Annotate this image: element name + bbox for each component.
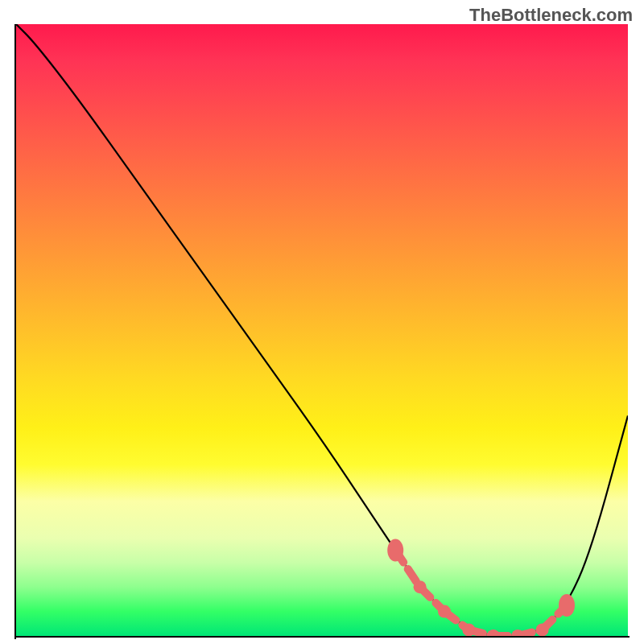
marker-dot [462,623,475,636]
x-axis [14,636,630,638]
chart-container: TheBottleneck.com [0,0,644,644]
marker-dot [414,580,427,593]
watermark-text: TheBottleneck.com [469,5,633,26]
optimal-zone-markers [387,539,575,636]
marker-dot [487,630,500,636]
chart-svg [16,24,628,636]
marker-dot [438,605,451,618]
marker-dot [536,623,549,636]
marker-dot [387,539,403,562]
marker-dot [511,630,524,636]
marker-dot [559,594,575,617]
bottleneck-curve-path [16,24,628,636]
